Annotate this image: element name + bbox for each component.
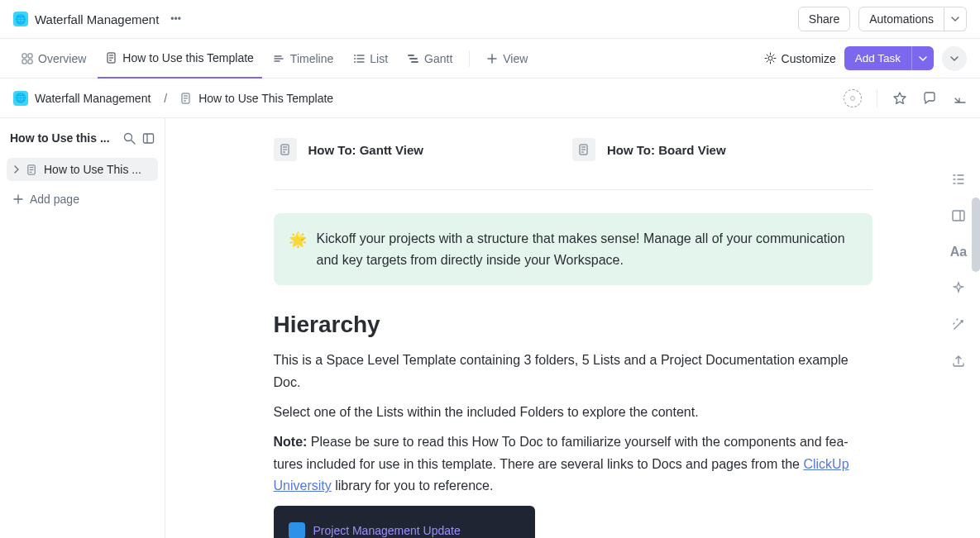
view-label: Timeline [290,52,333,65]
magic-icon[interactable] [951,317,966,332]
add-view-button[interactable]: View [478,39,536,79]
workspace-icon: 🌐 [13,12,28,26]
embed-title: Project Management Update [313,524,461,537]
view-bar: Overview How to Use this Template Timeli… [0,39,980,79]
automations-group: Automations [858,7,967,31]
add-page-label: Add page [30,193,79,206]
top-bar: 🌐 Waterfall Management ••• Share Automat… [0,0,980,39]
customize-button[interactable]: Customize [764,52,836,65]
outline-icon[interactable] [951,172,966,187]
doc-content: How To: Gantt View How To: Board View 🌟 … [274,118,872,538]
doc-paragraph: Select one of the Lists within the inclu… [274,402,872,423]
svg-point-8 [768,56,772,60]
more-menu-button[interactable] [942,46,967,71]
workspace-crumb[interactable]: 🌐 Waterfall Management ••• [13,12,181,26]
view-bar-right: Customize Add Task [764,46,967,71]
ai-icon[interactable] [951,281,966,296]
gear-icon [764,52,777,64]
sidebar-doc-item[interactable]: How to Use This ... [7,158,158,181]
comment-icon[interactable] [922,91,937,106]
svg-rect-3 [28,60,32,64]
breadcrumb: 🌐 Waterfall Management / How to Use This… [13,91,333,106]
svg-rect-2 [22,60,26,64]
note-text-a: Please be sure to read this How To Doc t… [274,435,849,470]
sidebar-title: How to Use this ... [10,131,118,145]
chevron-down-icon [951,15,959,23]
view-how-to[interactable]: How to Use this Template [98,39,261,79]
add-page-button[interactable]: Add page [7,186,158,212]
more-icon[interactable]: ••• [170,13,181,25]
sidebar-actions [123,132,155,145]
customize-label: Customize [782,52,836,65]
doc-icon [180,93,192,104]
plus-icon [13,194,23,204]
doc-heading: Hierarchy [274,312,872,338]
sidebar-header: How to Use this ... [7,128,158,148]
breadcrumb-root[interactable]: Waterfall Management [35,92,151,105]
doc-icon [106,52,117,64]
view-list[interactable]: List [345,39,396,79]
automations-caret[interactable] [944,7,967,31]
panel-right-icon[interactable] [951,208,966,223]
overview-icon [22,53,33,64]
chevron-down-icon [919,55,927,63]
doc-sidebar: How to Use this ... How to Use This ... … [0,118,165,538]
doc-chips: How To: Gantt View How To: Board View [274,135,872,164]
svg-point-11 [125,133,132,140]
note-label: Note: [274,435,308,449]
view-label: Gantt [424,52,452,65]
chip-board[interactable]: How To: Board View [572,135,726,164]
chip-label: How To: Gantt View [308,143,423,157]
automations-button[interactable]: Automations [858,7,944,31]
share-button[interactable]: Share [798,7,850,31]
svg-point-5 [354,55,356,56]
gantt-icon [408,53,419,64]
workspace-title: Waterfall Management [35,12,159,26]
callout-block: 🌟 Kickoff your projects with a structure… [274,213,872,285]
typography-icon[interactable]: Aa [950,245,967,259]
breadcrumb-actions [844,89,967,107]
search-icon[interactable] [123,132,136,145]
svg-rect-12 [144,134,154,143]
sidebar-item-label: How to Use This ... [44,163,141,176]
top-bar-actions: Share Automations [798,7,967,31]
chip-gantt[interactable]: How To: Gantt View [274,135,423,164]
view-label: View [503,52,528,65]
panel-icon[interactable] [142,132,155,145]
collapse-icon[interactable] [952,91,967,106]
svg-rect-14 [953,211,964,221]
add-task-group: Add Task [844,46,934,70]
svg-point-7 [354,61,356,63]
svg-rect-0 [22,54,26,58]
divider [877,89,877,107]
separator [469,50,470,67]
workspace-icon: 🌐 [13,91,28,106]
breadcrumb-doc[interactable]: How to Use This Template [198,92,333,105]
embed-workspace-row[interactable]: Project Management Update [285,517,523,538]
add-task-button[interactable]: Add Task [844,46,911,70]
workspace-icon [289,522,305,538]
doc-icon [26,164,37,175]
view-timeline[interactable]: Timeline [265,39,342,79]
svg-point-10 [851,96,855,100]
view-label: List [370,52,388,65]
note-text-b: library for you to reference. [332,478,494,493]
timeline-icon [274,53,285,64]
embed-card[interactable]: Project Management Update 📁 Simple Water… [274,506,535,538]
view-label: How to Use this Template [122,51,253,64]
svg-rect-1 [28,54,32,58]
content-area: How to Use this ... How to Use This ... … [0,118,980,538]
doc-main[interactable]: Aa How To: Gantt View How To: Board View… [165,118,980,538]
doc-paragraph: This is a Space Level Template containin… [274,350,872,393]
svg-point-6 [354,58,356,60]
star-icon[interactable] [892,91,907,106]
doc-icon [274,138,297,161]
list-icon [353,53,365,64]
view-overview[interactable]: Overview [13,39,94,79]
doc-icon [572,138,595,161]
view-gantt[interactable]: Gantt [399,39,461,79]
breadcrumb-separator: / [164,92,167,105]
add-task-caret[interactable] [911,46,934,70]
assignee-placeholder-icon[interactable] [844,89,862,107]
export-icon[interactable] [951,354,966,369]
